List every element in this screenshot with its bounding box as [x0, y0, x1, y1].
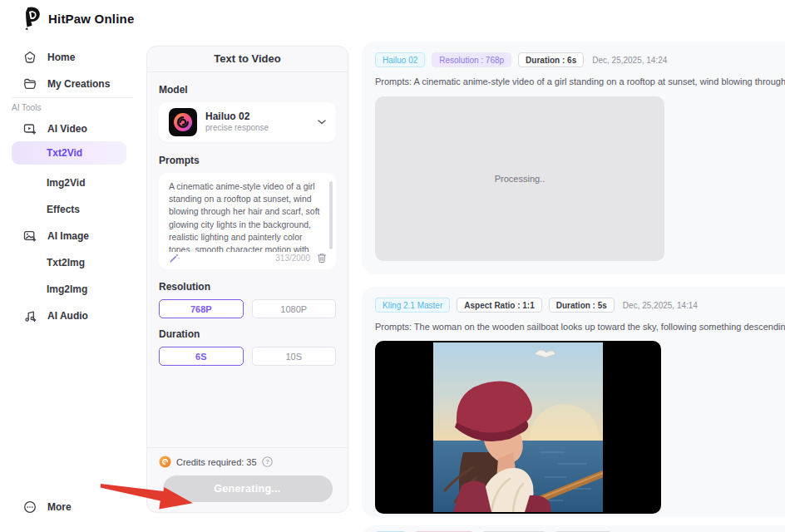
sidebar-item-label: Img2Img — [47, 283, 87, 295]
resolution-option-1080p[interactable]: 1080P — [252, 299, 337, 318]
sidebar-item-label: Home — [47, 52, 75, 63]
resolution-option-768p[interactable]: 768P — [159, 299, 244, 318]
magic-wand-icon[interactable] — [169, 252, 180, 264]
more-icon — [23, 500, 37, 514]
panel-title: Text to Video — [147, 47, 348, 72]
sidebar-item-label: AI Image — [47, 230, 89, 242]
sidebar-item-label: More — [47, 501, 72, 513]
model-badge: Kling 2.1 Master — [375, 298, 450, 313]
model-name: Hailuo 02 — [205, 111, 309, 123]
model-selector[interactable]: Hailuo 02 precise response — [159, 102, 336, 142]
sidebar-item-label: AI Video — [47, 123, 87, 135]
prompt-scrollbar[interactable] — [329, 181, 333, 249]
sidebar-item-label: Img2Vid — [47, 177, 85, 189]
sidebar-item-my-creations[interactable]: My Creations — [0, 76, 110, 91]
sidebar-item-txt2img[interactable]: Txt2Img — [47, 255, 85, 270]
prompts-label: Prompts — [159, 155, 336, 166]
text-to-video-panel: Text to Video Model Hailuo 02 — [146, 46, 348, 513]
ai-image-icon — [23, 229, 37, 243]
sidebar-item-img2vid[interactable]: Img2Vid — [47, 175, 85, 190]
sidebar-item-ai-audio[interactable]: AI Audio — [0, 308, 88, 323]
duration-badge: Duration : 6s — [518, 52, 584, 67]
help-icon[interactable]: ? — [262, 456, 273, 467]
credits-row: Credits required: 35 ? — [159, 456, 336, 468]
sidebar-item-more[interactable]: More — [0, 500, 72, 515]
svg-text:?: ? — [265, 458, 269, 466]
hailuo-model-icon — [169, 108, 197, 136]
result-card-video: Kling 2.1 Master Aspect Ratio : 1:1 Dura… — [362, 287, 785, 517]
model-badge: Hailuo 02 — [375, 52, 425, 67]
sidebar-item-effects[interactable]: Effects — [47, 202, 80, 217]
hitpaw-logo-icon — [22, 7, 42, 30]
result-timestamp: Dec, 25,2025, 14:14 — [623, 301, 698, 310]
ai-audio-icon — [23, 309, 37, 323]
trash-icon[interactable] — [316, 252, 328, 264]
generate-button[interactable]: Generating... — [163, 475, 333, 502]
sidebar-section-label: AI Tools — [12, 103, 41, 112]
duration-option-6s[interactable]: 6S — [159, 347, 244, 366]
sidebar-item-label: Txt2Img — [47, 257, 85, 268]
brand-name: HitPaw Online — [48, 12, 134, 26]
duration-options: 6S 10S — [159, 347, 336, 366]
chevron-down-icon — [318, 120, 326, 125]
resolution-options: 768P 1080P — [159, 299, 336, 318]
ai-video-icon — [23, 122, 37, 135]
processing-status: Processing.. — [495, 174, 546, 184]
result-card-processing: Hailuo 02 Resolution : 768p Duration : 6… — [362, 42, 785, 274]
folder-icon — [23, 77, 37, 91]
sidebar: Home My Creations AI Tools AI Video Txt2… — [0, 38, 146, 532]
prompt-toolbar: 313/2000 — [169, 252, 328, 264]
credit-coin-icon — [159, 456, 171, 468]
result-prompt-text: Prompts: The woman on the wooden sailboa… — [375, 322, 785, 332]
model-label: Model — [159, 84, 336, 96]
result-prompt-text: Prompts: A cinematic anime-style video o… — [375, 76, 785, 86]
model-texts: Hailuo 02 precise response — [205, 111, 309, 134]
duration-label: Duration — [159, 328, 336, 340]
sidebar-item-label: Effects — [47, 204, 80, 215]
model-subtitle: precise response — [205, 123, 309, 134]
home-icon — [23, 51, 37, 64]
sidebar-item-label: AI Audio — [47, 310, 88, 322]
prompt-input[interactable]: A cinematic anime-style video of a girl … — [169, 180, 324, 252]
duration-option-10s[interactable]: 10S — [252, 347, 337, 366]
result-card-partial — [362, 525, 785, 532]
app-root: HitPaw Online Home My Creations AI Tools — [0, 0, 785, 532]
sidebar-item-label: Txt2Vid — [47, 147, 82, 159]
results-list[interactable]: Hailuo 02 Resolution : 768p Duration : 6… — [362, 42, 785, 532]
result-badges: Hailuo 02 Resolution : 768p Duration : 6… — [375, 52, 785, 67]
sidebar-divider — [12, 97, 133, 98]
duration-badge: Duration : 5s — [549, 298, 615, 313]
result-video-thumbnail[interactable] — [375, 341, 661, 514]
aspect-ratio-badge: Aspect Ratio : 1:1 — [457, 298, 541, 313]
credits-text: Credits required: 35 — [176, 457, 257, 467]
sidebar-item-txt2vid[interactable]: Txt2Vid — [12, 141, 126, 165]
sidebar-item-label: My Creations — [47, 78, 110, 90]
sidebar-item-ai-video[interactable]: AI Video — [0, 121, 87, 136]
resolution-badge: Resolution : 768p — [432, 52, 511, 67]
panel-footer: Credits required: 35 ? Generating... — [147, 447, 348, 512]
result-timestamp: Dec, 25,2025, 14:24 — [592, 56, 667, 65]
processing-placeholder: Processing.. — [375, 96, 664, 261]
result-badges: Kling 2.1 Master Aspect Ratio : 1:1 Dura… — [375, 298, 785, 313]
sidebar-item-img2img[interactable]: Img2Img — [47, 282, 87, 297]
result-badges-partial — [362, 525, 785, 532]
resolution-label: Resolution — [159, 281, 336, 293]
brand-logo[interactable]: HitPaw Online — [22, 7, 134, 30]
prompt-box: A cinematic anime-style video of a girl … — [159, 173, 336, 269]
sidebar-item-home[interactable]: Home — [0, 50, 75, 65]
video-scene-woman-sailboat — [433, 342, 603, 512]
panel-body: Model Hailuo 02 precise response — [147, 72, 348, 447]
char-counter: 313/2000 — [275, 254, 310, 263]
sidebar-item-ai-image[interactable]: AI Image — [0, 229, 89, 244]
